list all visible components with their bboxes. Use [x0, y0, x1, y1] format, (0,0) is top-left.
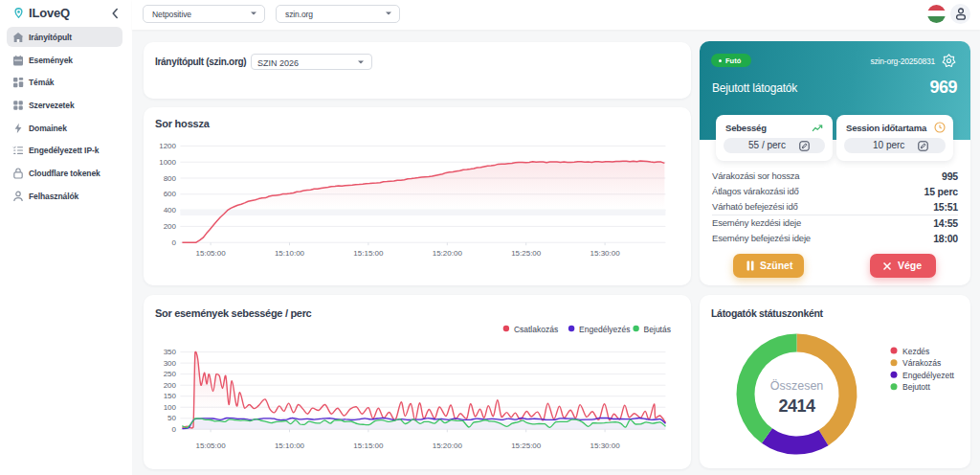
svg-text:15:05:00: 15:05:00	[196, 249, 227, 258]
svg-text:800: 800	[164, 174, 177, 183]
svg-text:0: 0	[172, 425, 177, 434]
svg-text:150: 150	[164, 392, 177, 400]
svg-text:15:05:00: 15:05:00	[196, 441, 227, 450]
svg-text:Bejutott: Bejutott	[902, 382, 930, 392]
svg-text:400: 400	[164, 206, 177, 215]
svg-text:300: 300	[164, 359, 177, 368]
svg-text:350: 350	[164, 348, 177, 356]
svg-text:0: 0	[172, 238, 177, 247]
svg-text:200: 200	[164, 222, 177, 231]
svg-text:15:15:00: 15:15:00	[353, 441, 384, 450]
svg-text:Összesen: Összesen	[770, 379, 824, 393]
svg-text:15:20:00: 15:20:00	[433, 249, 463, 258]
svg-text:15:25:00: 15:25:00	[511, 441, 542, 450]
svg-text:Kezdés: Kezdés	[902, 347, 929, 356]
svg-text:15:15:00: 15:15:00	[353, 249, 384, 258]
svg-text:2414: 2414	[778, 396, 815, 416]
svg-text:50: 50	[167, 414, 176, 422]
svg-text:15:30:00: 15:30:00	[590, 441, 621, 450]
svg-text:100: 100	[164, 403, 177, 412]
svg-text:200: 200	[164, 381, 177, 390]
svg-text:1200: 1200	[159, 142, 176, 150]
svg-text:15:10:00: 15:10:00	[275, 249, 305, 258]
svg-text:15:25:00: 15:25:00	[511, 249, 542, 258]
svg-text:15:30:00: 15:30:00	[590, 249, 621, 258]
svg-text:600: 600	[164, 190, 177, 198]
svg-text:15:20:00: 15:20:00	[433, 441, 463, 450]
svg-text:250: 250	[164, 370, 177, 378]
svg-text:1000: 1000	[159, 158, 176, 167]
svg-text:Bejutás: Bejutás	[644, 325, 671, 334]
svg-text:Engedélyezett: Engedélyezett	[902, 371, 955, 380]
svg-text:Várakozás: Várakozás	[902, 358, 941, 368]
svg-text:Engedélyezés: Engedélyezés	[579, 325, 630, 334]
svg-text:15:10:00: 15:10:00	[275, 441, 305, 450]
svg-text:Csatlakozás: Csatlakozás	[514, 325, 558, 334]
